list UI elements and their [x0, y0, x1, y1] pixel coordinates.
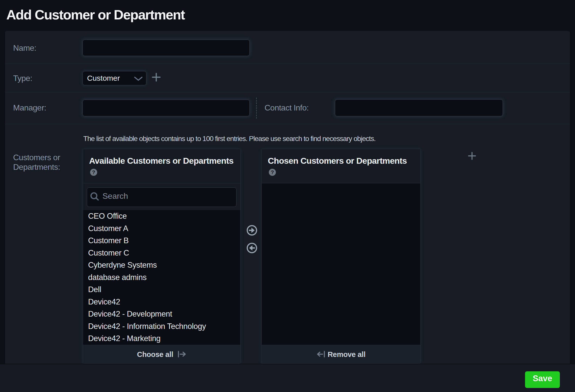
- svg-text:?: ?: [92, 169, 95, 175]
- svg-text:?: ?: [271, 169, 274, 175]
